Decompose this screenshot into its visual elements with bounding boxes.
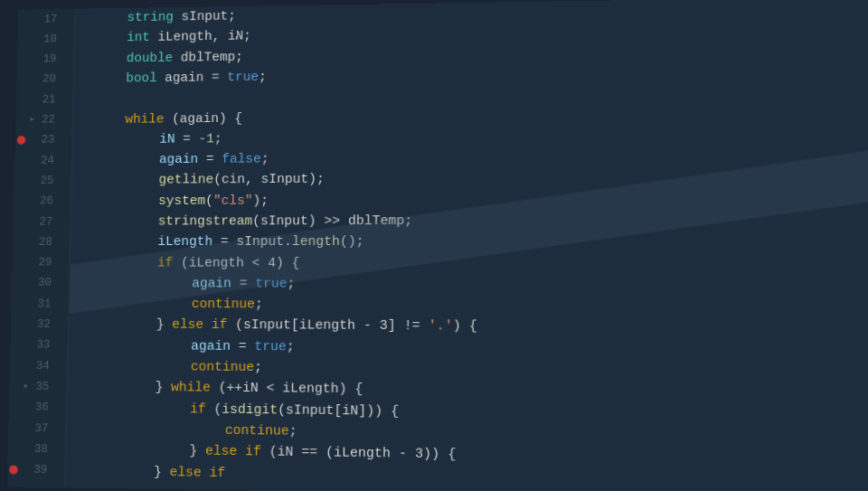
code-line-28: iLength = sInput.length(); xyxy=(89,231,868,253)
line-number-27: 27 xyxy=(14,212,61,232)
token-plain: = xyxy=(231,336,255,357)
token-kw-ctrl: else if xyxy=(205,441,261,463)
token-plain: ; xyxy=(287,274,295,295)
token-kw-ctrl: continue xyxy=(192,294,255,315)
breakpoint-dot xyxy=(9,466,18,475)
token-kw-bool: true xyxy=(255,274,288,295)
line-number-29: 29 xyxy=(12,252,61,273)
line-number-30: 30 xyxy=(12,273,61,294)
token-kw-ctrl: if xyxy=(157,252,174,273)
token-identifier: again xyxy=(159,149,199,170)
line-number-34: 34 xyxy=(10,355,59,376)
token-plain: } xyxy=(156,315,173,335)
token-identifier: again xyxy=(191,335,231,356)
line-number-31: 31 xyxy=(11,294,60,315)
token-kw-bool: true xyxy=(227,67,259,88)
token-string: "cls" xyxy=(213,191,253,212)
token-plain: ; xyxy=(254,357,262,378)
line-number-37: 37 xyxy=(8,418,57,439)
line-number-17: 17 xyxy=(18,9,66,30)
line-number-35: ▸35 xyxy=(9,376,58,397)
fold-arrow[interactable]: ▸ xyxy=(23,379,29,394)
line-number-36: 36 xyxy=(9,397,58,419)
token-plain: sInput; xyxy=(174,6,236,27)
token-plain: again = xyxy=(156,68,227,89)
token-plain: (iLength < 4) { xyxy=(173,252,299,273)
line-number-19: 19 xyxy=(17,49,65,70)
fold-arrow[interactable]: ▸ xyxy=(29,113,35,127)
token-plain: = xyxy=(198,149,222,170)
token-kw-ctrl: else if xyxy=(172,315,228,335)
token-plain: ( xyxy=(205,191,213,212)
token-plain: } xyxy=(189,441,205,463)
token-plain: ; xyxy=(261,149,269,170)
token-identifier: iLength xyxy=(157,232,212,253)
token-func: stringstream xyxy=(158,212,253,232)
line-number-18: 18 xyxy=(17,29,65,50)
line-number-38: 38 xyxy=(8,439,57,460)
token-plain: ; xyxy=(289,421,297,443)
token-kw-ctrl: continue xyxy=(191,357,255,379)
line-number-22: ▸22 xyxy=(15,109,63,130)
token-plain: = sInput. xyxy=(212,231,292,252)
token-plain: ; xyxy=(287,336,295,357)
token-identifier: again xyxy=(192,273,231,294)
token-identifier: iN xyxy=(159,129,175,150)
token-kw-ctrl: continue xyxy=(225,420,289,442)
line-number-25: 25 xyxy=(14,171,62,192)
token-kw-ctrl: if xyxy=(190,399,206,420)
token-plain: ) { xyxy=(453,316,477,338)
line-number-20: 20 xyxy=(16,70,64,90)
token-func: system xyxy=(158,191,205,212)
token-plain: } xyxy=(155,377,171,398)
code-line-29: if (iLength < 4) { xyxy=(88,252,868,274)
token-kw-bool: true xyxy=(254,336,287,357)
token-kw-ctrl: while xyxy=(171,378,211,400)
token-plain: (cin, sInput); xyxy=(213,169,325,190)
token-kw-ctrl: while xyxy=(125,109,164,129)
token-plain: = xyxy=(175,129,198,150)
code-line-26: system("cls"); xyxy=(89,188,868,212)
token-plain: iLength, iN; xyxy=(150,26,251,48)
line-number-28: 28 xyxy=(13,232,61,253)
token-plain: (sInput) >> dblTemp; xyxy=(252,211,412,231)
token-kw-type: int xyxy=(127,28,150,49)
code-line-25: getline(cin, sInput); xyxy=(90,166,868,191)
token-func: isdigit xyxy=(222,399,278,420)
line-number-32: 32 xyxy=(11,314,60,335)
code-line-27: stringstream(sInput) >> dblTemp; xyxy=(89,210,868,232)
token-number: -1 xyxy=(198,129,214,150)
code-line-30: again = true; xyxy=(88,273,868,297)
token-kw-ctrl: else if xyxy=(169,462,225,484)
token-plain: (++iN < iLength) { xyxy=(211,378,363,401)
token-plain: dblTemp; xyxy=(173,47,243,68)
token-func: getline xyxy=(158,170,213,191)
token-plain: (); xyxy=(340,231,364,252)
line-number-33: 33 xyxy=(10,335,59,355)
editor-container: 1718192021▸22232425262728293031323334▸35… xyxy=(7,0,868,491)
token-kw-type: double xyxy=(127,48,174,69)
token-kw-type: string xyxy=(127,7,174,28)
code-area: string sInput;int iLength, iN;double dbl… xyxy=(66,0,868,491)
line-number-24: 24 xyxy=(14,150,62,171)
token-plain: } xyxy=(154,461,170,483)
token-plain: ( xyxy=(206,399,222,420)
breakpoint-dot xyxy=(17,137,26,146)
token-plain: (sInput[iN])) { xyxy=(278,400,399,422)
token-kw-bool: false xyxy=(222,149,261,170)
token-string: '.' xyxy=(429,316,453,338)
line-number-gutter: 1718192021▸22232425262728293031323334▸35… xyxy=(7,9,76,488)
line-number-26: 26 xyxy=(14,191,61,212)
token-plain: ; xyxy=(255,295,263,316)
token-plain: (again) { xyxy=(164,109,242,129)
token-plain: ; xyxy=(259,67,267,88)
token-plain: ); xyxy=(252,191,269,212)
token-plain: ; xyxy=(214,129,222,150)
token-plain: = xyxy=(231,273,256,294)
line-number-23: 23 xyxy=(15,130,63,151)
line-number-21: 21 xyxy=(16,90,64,110)
token-plain: (sInput[iLength - 3] != xyxy=(227,316,429,337)
token-func: length xyxy=(292,231,340,252)
line-number-39: 39 xyxy=(7,459,56,481)
token-plain: (iN == (iLength - 3)) { xyxy=(261,442,457,466)
